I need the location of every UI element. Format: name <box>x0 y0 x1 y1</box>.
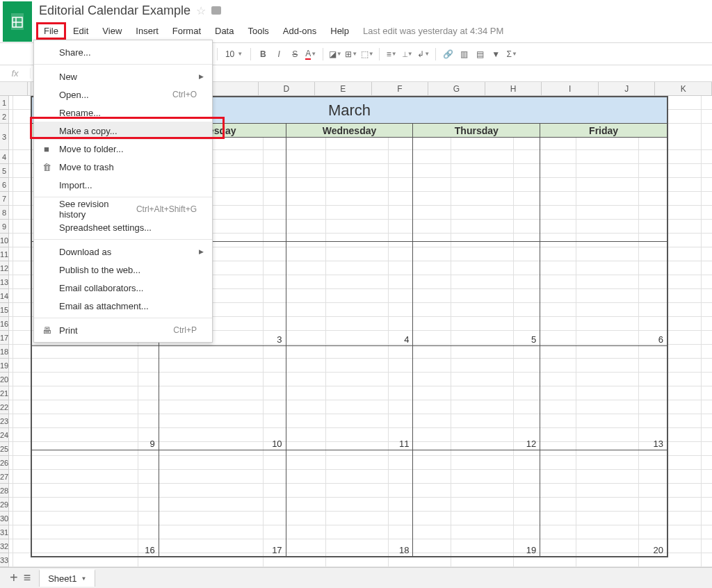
column-header[interactable]: G <box>428 82 485 95</box>
calendar-cell[interactable]: 4 <box>286 242 414 345</box>
row-header[interactable]: 19 <box>0 359 8 373</box>
row-header[interactable]: 24 <box>0 428 8 442</box>
file-menu-item[interactable]: Rename... <box>34 104 212 122</box>
borders-button[interactable]: ⊞▼ <box>344 47 358 62</box>
calendar-cell[interactable] <box>286 138 414 241</box>
font-size-dropdown[interactable]: 10▼ <box>222 49 245 59</box>
row-header[interactable]: 11 <box>0 247 8 261</box>
calendar-cell[interactable]: 12 <box>413 346 540 450</box>
text-color-button[interactable]: A▼ <box>304 47 318 62</box>
functions-button[interactable]: Σ▼ <box>505 47 519 62</box>
filter-button[interactable]: ▼ <box>489 47 503 62</box>
menu-file[interactable]: File <box>36 22 66 40</box>
row-header[interactable]: 23 <box>0 414 8 428</box>
row-header[interactable]: 10 <box>0 234 8 247</box>
folder-icon[interactable] <box>211 6 221 15</box>
column-header[interactable]: D <box>259 82 316 95</box>
column-header[interactable]: I <box>542 82 599 95</box>
calendar-cell[interactable]: 17 <box>159 450 286 556</box>
file-menu-item[interactable]: Import... <box>34 176 212 194</box>
menu-format[interactable]: Format <box>165 23 208 39</box>
row-header[interactable]: 25 <box>0 442 8 456</box>
calendar-cell[interactable]: 13 <box>540 346 667 450</box>
all-sheets-button[interactable]: ≡ <box>24 571 31 585</box>
row-header[interactable]: 1 <box>0 96 8 110</box>
file-menu-item[interactable]: Make a copy... <box>34 122 212 140</box>
calendar-cell[interactable]: 19 <box>413 450 540 556</box>
row-header[interactable]: 15 <box>0 303 8 317</box>
strikethrough-button[interactable]: S <box>288 47 302 62</box>
calendar-cell[interactable]: 18 <box>286 450 414 556</box>
row-header[interactable]: 27 <box>0 470 8 484</box>
file-menu-item[interactable]: Publish to the web... <box>34 261 212 279</box>
column-header[interactable]: J <box>599 82 656 95</box>
select-all-cell[interactable] <box>0 82 28 95</box>
menu-insert[interactable]: Insert <box>129 23 165 39</box>
last-edit-text[interactable]: Last edit was yesterday at 4:34 PM <box>363 26 503 36</box>
row-header[interactable]: 18 <box>0 345 8 359</box>
row-header[interactable]: 5 <box>0 164 8 178</box>
italic-button[interactable]: I <box>272 47 286 62</box>
row-header[interactable]: 3 <box>0 124 8 150</box>
row-header[interactable]: 32 <box>0 539 8 553</box>
row-header[interactable]: 22 <box>0 400 8 414</box>
file-menu-item[interactable]: Email collaborators... <box>34 279 212 297</box>
column-header[interactable]: F <box>372 82 429 95</box>
bold-button[interactable]: B <box>256 47 270 62</box>
row-header[interactable]: 4 <box>0 150 8 164</box>
row-header[interactable]: 20 <box>0 373 8 386</box>
file-menu-item[interactable]: Spreadsheet settings... <box>34 218 212 236</box>
menu-tools[interactable]: Tools <box>241 23 275 39</box>
insert-link-button[interactable]: 🔗 <box>441 47 455 62</box>
sheet-tab[interactable]: Sheet1 ▼ <box>39 569 95 587</box>
row-header[interactable]: 16 <box>0 317 8 331</box>
text-wrap-button[interactable]: ↲▼ <box>416 47 430 62</box>
row-header[interactable]: 29 <box>0 498 8 512</box>
row-header[interactable]: 30 <box>0 512 8 525</box>
row-header[interactable]: 28 <box>0 484 8 498</box>
calendar-cell[interactable]: 11 <box>286 346 414 450</box>
row-header[interactable]: 8 <box>0 206 8 220</box>
file-menu-item[interactable]: Email as attachment... <box>34 297 212 315</box>
row-header[interactable]: 21 <box>0 386 8 400</box>
menu-addons[interactable]: Add-ons <box>276 23 323 39</box>
add-sheet-button[interactable]: + <box>10 570 18 586</box>
fill-color-button[interactable]: ◪▼ <box>328 47 342 62</box>
row-header[interactable]: 33 <box>0 553 8 567</box>
row-header[interactable]: 26 <box>0 456 8 470</box>
calendar-cell[interactable] <box>540 138 667 241</box>
file-menu-item[interactable]: ■Move to folder... <box>34 140 212 158</box>
calendar-cell[interactable]: 5 <box>413 242 540 345</box>
calendar-cell[interactable]: 10 <box>159 346 286 450</box>
file-menu-item[interactable]: 🗑Move to trash <box>34 158 212 176</box>
row-header[interactable]: 2 <box>0 110 8 124</box>
insert-comment-button[interactable]: ▤ <box>473 47 487 62</box>
menu-view[interactable]: View <box>95 23 129 39</box>
file-menu-item[interactable]: 🖶PrintCtrl+P <box>34 321 212 339</box>
horizontal-align-button[interactable]: ≡▼ <box>385 47 398 62</box>
file-menu-item[interactable]: New▶ <box>34 67 212 85</box>
menu-data[interactable]: Data <box>208 23 241 39</box>
row-header[interactable]: 17 <box>0 331 8 345</box>
file-menu-item[interactable]: Open...Ctrl+O <box>34 85 212 104</box>
calendar-cell[interactable]: 16 <box>32 450 159 556</box>
row-header[interactable]: 31 <box>0 525 8 539</box>
file-menu-item[interactable]: Download as▶ <box>34 243 212 261</box>
file-menu-item[interactable]: See revision historyCtrl+Alt+Shift+G <box>34 200 212 218</box>
sheets-logo[interactable] <box>3 1 32 42</box>
vertical-align-button[interactable]: ⟂▼ <box>400 47 414 62</box>
column-header[interactable]: E <box>315 82 372 95</box>
insert-chart-button[interactable]: ▥ <box>457 47 471 62</box>
row-header[interactable]: 9 <box>0 220 8 234</box>
calendar-cell[interactable]: 9 <box>32 346 159 450</box>
row-header[interactable]: 13 <box>0 275 8 289</box>
row-header[interactable]: 12 <box>0 261 8 275</box>
calendar-cell[interactable]: 20 <box>540 450 667 556</box>
merge-cells-button[interactable]: ⬚▼ <box>360 47 374 62</box>
menu-help[interactable]: Help <box>323 23 356 39</box>
calendar-cell[interactable] <box>413 138 540 241</box>
row-header[interactable]: 14 <box>0 289 8 303</box>
row-header[interactable]: 6 <box>0 178 8 192</box>
calendar-cell[interactable]: 6 <box>540 242 667 345</box>
menu-edit[interactable]: Edit <box>66 23 95 39</box>
